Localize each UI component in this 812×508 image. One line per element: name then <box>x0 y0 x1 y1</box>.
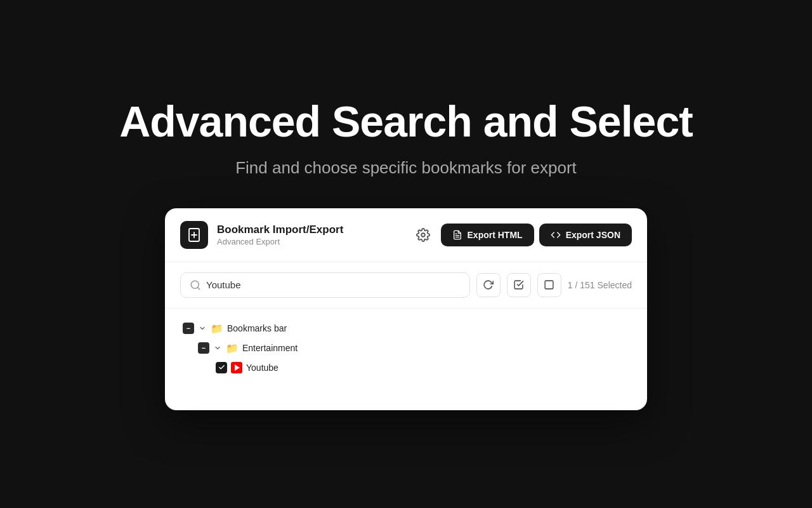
export-html-button[interactable]: Export HTML <box>441 224 534 246</box>
select-all-button[interactable] <box>507 273 531 297</box>
hero-title: Advanced Search and Select <box>119 98 693 145</box>
tree-node-bookmarks-bar: − 📁 Bookmarks bar <box>180 319 632 338</box>
refresh-button[interactable] <box>476 273 501 297</box>
tree-node-youtube: Youtube <box>180 358 632 377</box>
entertainment-label: Entertainment <box>242 343 298 353</box>
bookmarks-bar-label: Bookmarks bar <box>227 323 287 333</box>
selected-count: 1 / 151 Selected <box>568 280 632 290</box>
svg-point-1 <box>421 233 425 237</box>
app-header: Bookmark Import/Export Advanced Export <box>165 208 647 262</box>
deselect-all-button[interactable] <box>537 273 561 297</box>
youtube-play-icon <box>235 364 240 371</box>
collapse-entertainment-button[interactable]: − <box>198 342 209 354</box>
chevron-bookmarks-bar <box>198 324 207 333</box>
header-actions: Export HTML Export JSON <box>410 222 632 248</box>
folder-entertainment-icon: 📁 <box>226 342 239 354</box>
settings-button[interactable] <box>410 222 436 248</box>
export-html-label: Export HTML <box>468 230 523 240</box>
tree-content: − 📁 Bookmarks bar − <box>165 309 647 410</box>
check-icon <box>218 364 225 371</box>
youtube-checkbox[interactable] <box>216 362 227 373</box>
minus-icon: − <box>187 325 190 332</box>
file-icon <box>452 230 462 240</box>
collapse-bookmarks-bar-button[interactable]: − <box>183 323 194 334</box>
folder-bookmarks-bar-icon: 📁 <box>211 323 223 335</box>
app-card: Bookmark Import/Export Advanced Export <box>165 208 647 410</box>
code-icon <box>551 230 561 240</box>
export-json-label: Export JSON <box>566 230 620 240</box>
svg-line-5 <box>197 287 199 289</box>
export-json-button[interactable]: Export JSON <box>539 224 632 246</box>
youtube-label: Youtube <box>246 363 278 373</box>
page-wrapper: Advanced Search and Select Find and choo… <box>0 98 812 410</box>
chevron-entertainment <box>213 344 222 352</box>
youtube-favicon-icon <box>231 362 242 373</box>
search-icon <box>190 279 201 291</box>
minus-icon-entertainment: − <box>202 345 206 352</box>
hero-subtitle: Find and choose specific bookmarks for e… <box>235 158 577 178</box>
svg-rect-6 <box>545 281 553 290</box>
search-input-wrapper <box>180 272 470 298</box>
search-bar-row: 1 / 151 Selected <box>165 262 647 309</box>
app-title-group: Bookmark Import/Export Advanced Export <box>217 224 402 246</box>
app-logo <box>180 221 208 249</box>
app-subtitle-label: Advanced Export <box>217 237 402 246</box>
bookmark-plus-icon <box>187 227 202 243</box>
gear-icon <box>416 228 430 242</box>
refresh-icon <box>483 279 494 290</box>
tree-node-entertainment: − 📁 Entertainment <box>180 338 632 358</box>
check-square-icon <box>513 279 524 290</box>
square-icon <box>544 279 554 290</box>
app-title: Bookmark Import/Export <box>217 224 402 236</box>
search-input[interactable] <box>206 279 461 290</box>
